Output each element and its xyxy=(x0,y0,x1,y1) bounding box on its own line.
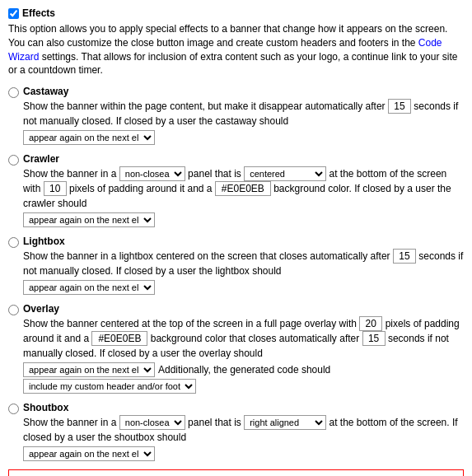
crawler-drop-row: appear again on the next eligible page v… xyxy=(23,212,464,227)
overlay-color-input[interactable] xyxy=(91,331,147,346)
overlay-drop-row-1: appear again on the next eligible page v… xyxy=(23,362,464,377)
lightbox-label: Lightbox xyxy=(23,236,464,247)
overlay-select2[interactable]: include my custom header and/or footer e… xyxy=(23,379,196,394)
castaway-select[interactable]: appear again on the next eligible page v… xyxy=(23,130,155,145)
section-title: Effects xyxy=(22,7,55,19)
overlay-padding-input[interactable] xyxy=(359,316,382,331)
lightbox-drop-row: appear again on the next eligible page v… xyxy=(23,280,464,295)
overlay-desc-mid4: Additionally, the generated code should xyxy=(158,364,330,376)
overlay-select1[interactable]: appear again on the next eligible page v… xyxy=(23,362,155,377)
lightbox-select[interactable]: appear again on the next eligible page v… xyxy=(23,280,155,295)
castaway-desc-before: Show the banner within the page content,… xyxy=(23,100,386,112)
crawler-radio[interactable] xyxy=(8,155,19,166)
lightbox-time-input[interactable] xyxy=(393,249,416,264)
crawler-select[interactable]: appear again on the next eligible page v… xyxy=(23,212,155,227)
crawler-closeable-select[interactable]: non-closeable closeable xyxy=(119,166,185,181)
castaway-label: Castaway xyxy=(23,86,464,97)
section-description: This option allows you to apply special … xyxy=(8,22,464,77)
crawler-padding-input[interactable] xyxy=(44,181,67,196)
overlay-radio[interactable] xyxy=(8,305,19,315)
shoutbox-radio[interactable] xyxy=(8,404,19,414)
crawler-desc-mid1: panel that is xyxy=(188,168,241,180)
crawler-desc: Show the banner in a non-closeable close… xyxy=(23,166,464,211)
effect-lightbox: Lightbox Show the banner in a lightbox c… xyxy=(8,236,464,295)
shoutbox-select[interactable]: appear again on the next eligible page v… xyxy=(23,446,155,461)
lightbox-desc: Show the banner in a lightbox centered o… xyxy=(23,249,464,278)
effect-crawler: Crawler Show the banner in a non-closeab… xyxy=(8,153,464,227)
shoutbox-position-select[interactable]: centered left aligned right aligned xyxy=(244,415,326,430)
castaway-radio[interactable] xyxy=(8,87,19,98)
overlay-desc: Show the banner centered at the top of t… xyxy=(23,316,464,361)
effect-shoutbox: Shoutbox Show the banner in a non-closea… xyxy=(8,402,464,461)
castaway-drop-row: appear again on the next eligible page v… xyxy=(23,130,464,145)
effect-castaway: Castaway Show the banner within the page… xyxy=(8,86,464,145)
castaway-time-input[interactable] xyxy=(388,99,411,114)
effects-checkbox[interactable] xyxy=(8,8,19,19)
effect-overlay: Overlay Show the banner centered at the … xyxy=(8,303,464,394)
overlay-desc-before: Show the banner centered at the top of t… xyxy=(23,318,357,329)
overlay-time-input[interactable] xyxy=(362,331,386,346)
shoutbox-drop-row: appear again on the next eligible page v… xyxy=(23,446,464,461)
overlay-label: Overlay xyxy=(23,303,464,315)
crawler-color-input[interactable] xyxy=(215,181,271,196)
shoutbox-desc-mid1: panel that is xyxy=(188,417,241,428)
effect-smokescreen: Smoke Screen Show the banner over top of… xyxy=(8,469,464,476)
lightbox-radio[interactable] xyxy=(8,237,19,248)
crawler-label: Crawler xyxy=(23,153,464,165)
shoutbox-closeable-select[interactable]: non-closeable closeable xyxy=(119,415,185,430)
overlay-desc-mid2: background color that closes automatical… xyxy=(151,333,359,344)
shoutbox-desc: Show the banner in a non-closeable close… xyxy=(23,415,464,445)
crawler-desc-mid3: pixels of padding around it and a xyxy=(69,183,212,194)
crawler-desc-before: Show the banner in a xyxy=(23,168,116,180)
lightbox-desc-before: Show the banner in a lightbox centered o… xyxy=(23,250,390,262)
section-header: Effects xyxy=(8,7,464,19)
overlay-drop-row-2: include my custom header and/or footer e… xyxy=(23,379,464,394)
castaway-desc: Show the banner within the page content,… xyxy=(23,99,464,128)
shoutbox-label: Shoutbox xyxy=(23,402,464,413)
code-wizard-link[interactable]: Code Wizard xyxy=(8,37,442,63)
crawler-position-select[interactable]: centered left aligned right aligned xyxy=(244,166,326,181)
shoutbox-desc-before: Show the banner in a xyxy=(23,417,116,428)
